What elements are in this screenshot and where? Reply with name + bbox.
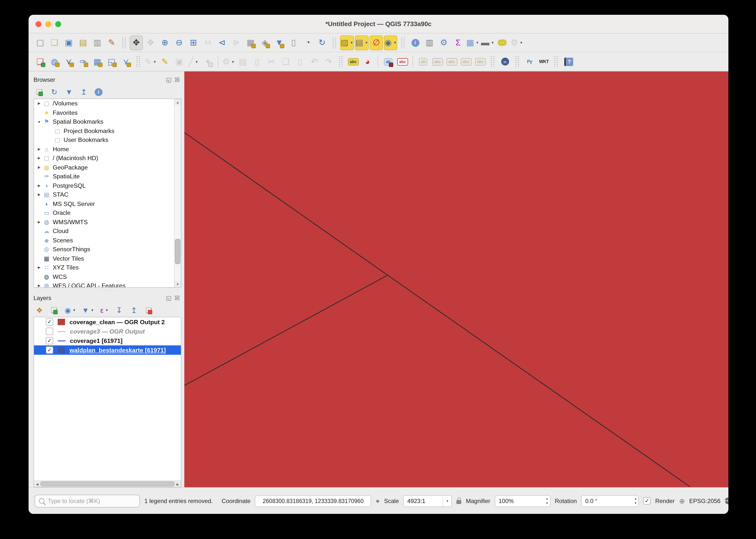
show-spatial-bookmarks-button[interactable]: ▯ [287, 35, 300, 50]
browser-item-scenes[interactable]: ◆Scenes [34, 236, 181, 245]
identify-features-button[interactable]: i [409, 35, 422, 50]
scrollbar-thumb[interactable] [175, 239, 180, 264]
browser-item-sensorthings[interactable]: ◎SensorThings [34, 245, 181, 254]
layer-visibility-checkbox[interactable]: ✓ [46, 318, 53, 326]
new-gpx-layer-button[interactable]: ▦ [91, 54, 104, 69]
expand-arrow-icon[interactable]: ▶ [36, 284, 42, 288]
properties-widget-button[interactable]: i [94, 86, 104, 98]
close-panel-icon[interactable]: ☒ [173, 294, 181, 302]
layer-row-coverage1-61971[interactable]: ✓coverage1 [61971] [34, 336, 181, 346]
change-label-button[interactable]: abc [473, 54, 487, 69]
digitize-with-segment-button[interactable]: ╱▼ [187, 54, 200, 69]
new-project-button[interactable]: ▢ [34, 35, 47, 50]
expand-arrow-icon[interactable]: ▶ [36, 266, 42, 270]
layer-visibility-checkbox[interactable] [46, 328, 53, 335]
locator-search-input[interactable]: Type to locate (⌘K) [35, 495, 140, 507]
statistical-summary-button[interactable]: ▥ [423, 35, 436, 50]
paste-features-button[interactable]: ▯ [293, 54, 306, 69]
browser-item-spatial-bookmarks[interactable]: ▼⚑Spatial Bookmarks [34, 117, 181, 126]
refresh-map-button[interactable]: ↻ [315, 35, 329, 50]
mouse-position-toggle-icon[interactable]: ⌖ [376, 498, 380, 504]
new-geopackage-layer-button[interactable]: ◍ [48, 54, 61, 69]
vertex-tool-button[interactable]: ✦ [201, 54, 214, 69]
render-checkbox[interactable]: ✓ [643, 497, 651, 504]
show-hide-labels-button[interactable]: abc [431, 54, 444, 69]
zoom-last-button[interactable]: ⊲ [215, 35, 229, 50]
new-3d-map-view-button[interactable]: ◈ [258, 35, 272, 50]
dropdown-arrow-icon[interactable]: ▼ [393, 41, 397, 44]
layer-labeling-button[interactable]: abc [347, 54, 360, 69]
coordinate-input[interactable]: 2608300.83186319, 1233339.83170960 [255, 495, 371, 507]
expand-arrow-icon[interactable]: ▶ [36, 166, 42, 170]
help-button[interactable]: ? [562, 54, 575, 69]
dropdown-arrow-icon[interactable]: ▼ [72, 308, 76, 312]
layer-visibility-checkbox[interactable]: ✓ [46, 346, 53, 354]
chevron-down-icon[interactable]: ▼ [443, 496, 452, 506]
scroll-right-icon[interactable]: ▶ [174, 481, 181, 487]
scroll-down-icon[interactable]: ▼ [174, 281, 181, 287]
highlight-pinned-labels-button[interactable]: abc [396, 54, 409, 69]
processing-toolbox-button[interactable]: ⚙ [437, 35, 451, 50]
add-group-button[interactable]: ❏ [49, 304, 59, 316]
layer-visibility-checkbox[interactable]: ✓ [46, 337, 53, 345]
refresh-browser-button[interactable]: ↻ [49, 86, 59, 98]
layer-row-coverage-clean-ogr-output-2[interactable]: ✓coverage_clean — OGR Output 2 [34, 317, 181, 327]
layer-row-coverage3-ogr-output[interactable]: coverage3 — OGR Output [34, 327, 181, 336]
dropdown-arrow-icon[interactable]: ▼ [365, 41, 368, 44]
new-spatial-bookmark-button[interactable]: ▼ [273, 35, 286, 50]
expand-arrow-icon[interactable]: ▶ [36, 193, 42, 197]
browser-item-spatialite[interactable]: ✑SpatiaLite [34, 172, 181, 181]
zoom-next-button[interactable]: ⊳ [230, 35, 243, 50]
select-features-by-value-button[interactable]: ▤▼ [355, 35, 369, 50]
rotation-stepper[interactable]: 0.0 ° ▲▼ [581, 495, 639, 507]
metasearch-button[interactable]: ∞ [498, 54, 512, 69]
run-feature-action-button[interactable]: ⚙▼ [510, 35, 523, 50]
pan-map-button[interactable]: ✥ [129, 35, 143, 50]
temporal-controller-button[interactable]: ◔ [301, 35, 314, 50]
close-window-button[interactable] [36, 21, 42, 27]
zoom-in-button[interactable]: ⊕ [158, 35, 172, 50]
cut-features-button[interactable]: ✂ [265, 54, 278, 69]
undo-button[interactable]: ↶ [307, 54, 321, 69]
crs-status-button[interactable]: EPSG:2056 [689, 498, 720, 504]
browser-item-wms-wmts[interactable]: ▶◍WMS/WMTS [34, 217, 181, 227]
browser-item-user-bookmarks[interactable]: ▢User Bookmarks [34, 135, 181, 145]
redo-button[interactable]: ↷ [322, 54, 335, 69]
pin-labels-button[interactable]: ab [381, 54, 395, 69]
new-virtual-layer-button[interactable]: ◱ [105, 54, 118, 69]
browser-item-project-bookmarks[interactable]: ▢Project Bookmarks [34, 126, 181, 135]
new-temporary-scratch-layer-button[interactable]: ⋎ [119, 54, 132, 69]
filter-by-expression-button[interactable]: ε▼ [100, 304, 110, 316]
dropdown-arrow-icon[interactable]: ▼ [231, 60, 235, 63]
zoom-out-button[interactable]: ⊖ [173, 35, 186, 50]
collapse-arrow-icon[interactable]: ▼ [36, 120, 42, 124]
scrollbar-thumb[interactable] [41, 481, 174, 486]
expand-arrow-icon[interactable]: ▶ [36, 147, 42, 151]
add-selected-layers-button[interactable]: ❏ [35, 86, 44, 98]
minimize-window-button[interactable] [45, 21, 51, 27]
modify-attributes-button[interactable]: ▤ [236, 54, 249, 69]
open-project-button[interactable]: ❏ [48, 35, 61, 50]
save-layer-edits-button[interactable]: ▣ [173, 54, 186, 69]
dropdown-arrow-icon[interactable]: ▼ [491, 41, 494, 44]
messages-icon[interactable]: ••• [725, 498, 728, 504]
browser-item-vector-tiles[interactable]: ▦Vector Tiles [34, 254, 181, 263]
browser-item-wcs[interactable]: ◍WCS [34, 272, 181, 281]
browser-item-macintosh-hd[interactable]: ▶▢/ (Macintosh HD) [34, 154, 181, 163]
new-map-view-button[interactable]: ▦ [244, 35, 257, 50]
browser-item-cloud[interactable]: ☁Cloud [34, 227, 181, 236]
panel-splitter[interactable]: ······· [34, 288, 181, 293]
zoom-full-button[interactable]: ⊞ [187, 35, 200, 50]
copy-features-button[interactable]: ❏ [279, 54, 292, 69]
dropdown-arrow-icon[interactable]: ▼ [153, 60, 156, 63]
wkt-button[interactable]: WKT [537, 54, 550, 69]
browser-item-geopackage[interactable]: ▶◍GeoPackage [34, 163, 181, 172]
expand-arrow-icon[interactable]: ▶ [36, 184, 42, 188]
magnifier-stepper[interactable]: 100% ▲▼ [495, 495, 550, 507]
advanced-digitizing-button[interactable]: ⚙▼ [222, 54, 235, 69]
scroll-left-icon[interactable]: ◀ [34, 481, 41, 487]
collapse-all-layers-button[interactable]: ↥ [129, 304, 139, 316]
python-console-button[interactable]: Py [523, 54, 536, 69]
browser-item-stac[interactable]: ▶▤STAC [34, 190, 181, 199]
layers-horizontal-scrollbar[interactable]: ◀ ▶ [34, 480, 181, 487]
